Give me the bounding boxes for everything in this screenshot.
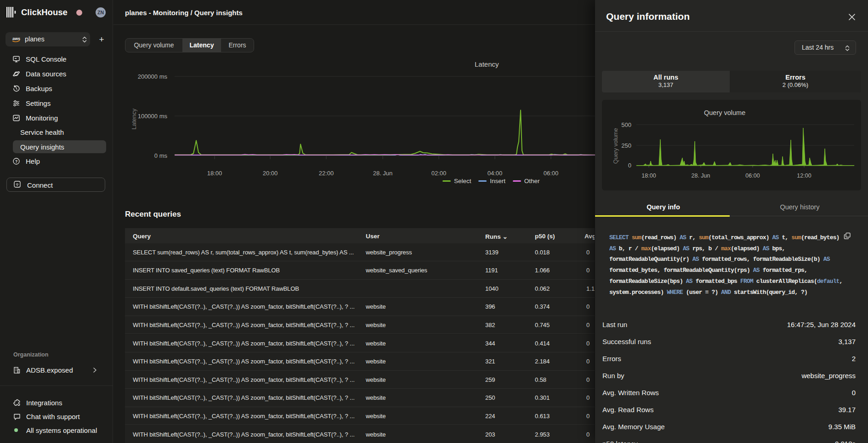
svg-text:?: ? <box>15 159 17 164</box>
svg-text:aws: aws <box>12 36 20 41</box>
